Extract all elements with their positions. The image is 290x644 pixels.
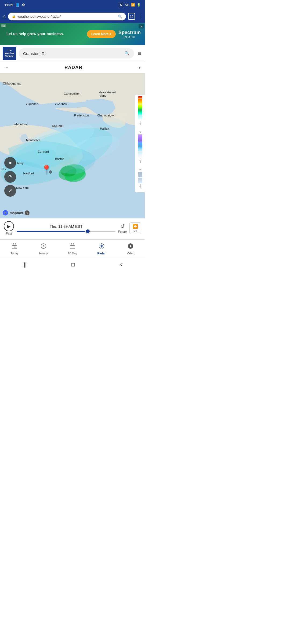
mapbox-text: mapbox: [10, 211, 23, 215]
speed-button[interactable]: ⏩ 2x: [129, 222, 141, 234]
legend-light-label-1: Light: [139, 121, 141, 129]
status-time: 11:39: [4, 3, 13, 7]
today-icon: 17: [11, 243, 18, 251]
radar-label: Radar: [97, 252, 106, 255]
tenday-label: 10 Day: [68, 252, 77, 255]
radar-map[interactable]: Chibougamau Campbellton Havre AubertIsla…: [0, 73, 145, 218]
nav-video[interactable]: Video: [122, 242, 139, 256]
system-back-button[interactable]: <: [114, 261, 128, 269]
playback-datetime: Thu, 11:39 AM EST: [17, 224, 115, 229]
nav-hourly[interactable]: Hourly: [35, 242, 52, 256]
hourly-label: Hourly: [39, 252, 48, 255]
radar-options-button[interactable]: ···: [4, 65, 8, 70]
map-info-button[interactable]: ℹ: [25, 210, 30, 215]
location-pin: 📍: [41, 164, 52, 175]
play-button[interactable]: ▶: [4, 221, 14, 231]
tenday-icon: [69, 243, 76, 251]
legend-light-label-2: Light: [139, 159, 141, 167]
video-icon: [127, 243, 134, 251]
share-button[interactable]: ↷: [4, 171, 16, 183]
radar-expand-button[interactable]: ▾: [139, 65, 141, 70]
nav-radar[interactable]: Radar: [93, 242, 110, 256]
url-text: weather.com/weather/radar/: [17, 14, 116, 19]
tabs-button[interactable]: 10: [128, 13, 135, 20]
system-navigation: ||| □ <: [0, 257, 145, 272]
ad-learn-more-button[interactable]: Learn More >: [87, 30, 116, 38]
search-icon: 🔍: [125, 51, 130, 56]
ad-brand-name: Spectrum: [118, 30, 141, 35]
location-search-bar[interactable]: Cranston, RI 🔍: [19, 48, 134, 58]
battery-icon: 🔋: [137, 3, 141, 7]
bottom-navigation: 17 Today Hourly 10 Day: [0, 239, 145, 257]
nav-today[interactable]: 17 Today: [6, 242, 23, 256]
nav-tenday[interactable]: 10 Day: [64, 242, 81, 256]
ad-brand-sub: REACH: [118, 35, 141, 39]
future-label: Future: [118, 230, 127, 233]
browser-bar: ⌂ 🔒 weather.com/weather/radar/ 🔍 10 ⋮: [0, 10, 145, 23]
weather-channel-header: The Weather Channel Cranston, RI 🔍 ≡: [0, 45, 145, 62]
expand-button[interactable]: ⤢: [4, 185, 16, 197]
video-label: Video: [127, 252, 134, 255]
playback-controls: ▶ Past Thu, 11:39 AM EST ↺ Future ⏩ 2x: [0, 218, 145, 239]
settings-icon: ⚙: [22, 3, 25, 7]
main-menu-button[interactable]: ≡: [137, 49, 142, 58]
system-home-button[interactable]: □: [66, 261, 80, 269]
svg-text:17: 17: [14, 246, 16, 248]
radar-icon: [98, 243, 105, 251]
radar-title: RADAR: [8, 65, 139, 70]
map-controls: ➤ ↷ ⤢: [4, 157, 16, 197]
weather-channel-logo: The Weather Channel: [3, 47, 16, 60]
map-attribution: ⊙ mapbox ℹ: [3, 210, 30, 215]
facebook-icon: 📘: [15, 3, 20, 7]
network-type: 5G: [125, 3, 129, 7]
home-button[interactable]: ⌂: [3, 13, 6, 20]
ad-banner: Ad Let us help grow your business. Learn…: [0, 23, 145, 45]
signal-bars-icon: 📶: [131, 3, 135, 7]
status-bar: 11:39 📘 ⚙ N 5G 📶 🔋: [0, 0, 145, 10]
ad-text: Let us help grow your business.: [6, 31, 85, 37]
today-label: Today: [10, 252, 18, 255]
ad-close-button[interactable]: ✕: [139, 24, 144, 28]
future-button[interactable]: ↺ Future: [118, 223, 127, 233]
past-label: Past: [6, 232, 12, 235]
precipitation-legend: Light */ Light ✳ Light: [135, 95, 145, 192]
gps-locate-button[interactable]: ➤: [4, 157, 16, 169]
speed-label: 2x: [134, 229, 137, 233]
mapbox-logo: ⊙: [3, 210, 8, 215]
legend-light-label-3: Light: [139, 184, 141, 191]
ad-info-button[interactable]: Ad: [1, 24, 6, 27]
timeline-slider[interactable]: [17, 231, 115, 232]
radar-section-header: ··· RADAR ▾: [0, 62, 145, 73]
url-bar[interactable]: 🔒 weather.com/weather/radar/ 🔍: [8, 13, 126, 20]
lock-icon: 🔒: [12, 14, 16, 18]
nfc-icon: N: [119, 3, 123, 7]
location-text: Cranston, RI: [23, 51, 46, 56]
svg-rect-18: [70, 244, 75, 249]
system-menu-button[interactable]: |||: [17, 261, 32, 269]
search-icon: 🔍: [118, 14, 122, 19]
browser-menu-button[interactable]: ⋮: [137, 13, 142, 20]
hourly-icon: [40, 243, 47, 251]
